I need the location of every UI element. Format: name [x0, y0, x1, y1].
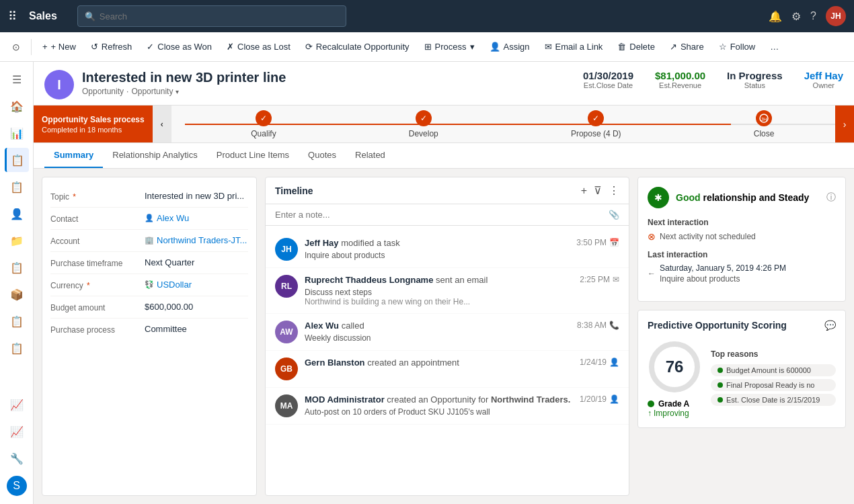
delete-icon: 🗑	[617, 42, 626, 52]
separator	[31, 39, 32, 55]
field-value-currency[interactable]: 💱 USDollar	[145, 280, 192, 290]
relationship-info-button[interactable]: ⓘ	[826, 192, 836, 204]
follow-icon: ☆	[719, 42, 727, 52]
share-button[interactable]: ↗ Share	[663, 38, 711, 56]
field-currency: Currency * 💱 USDollar	[50, 274, 248, 296]
scoring-chat-button[interactable]: 💬	[824, 320, 836, 331]
help-icon[interactable]: ?	[810, 10, 816, 22]
tab-relationship-analytics[interactable]: Relationship Analytics	[103, 143, 206, 168]
record-breadcrumb[interactable]: Opportunity	[131, 87, 173, 96]
tl-action: sent an email	[436, 275, 488, 285]
field-value-account[interactable]: 🏢 Northwind Traders-JT...	[145, 235, 247, 245]
sidebar-notes-icon[interactable]: 📋	[5, 255, 29, 280]
process-chevron-icon: ▾	[470, 42, 475, 52]
history-button[interactable]: ⊙	[5, 38, 27, 56]
field-value-contact[interactable]: 👤 Alex Wu	[145, 213, 189, 223]
sidebar-analytics2-icon[interactable]: 📈	[5, 419, 29, 444]
sidebar-menu-icon[interactable]: ☰	[5, 67, 29, 91]
field-account: Account 🏢 Northwind Traders-JT...	[50, 230, 248, 252]
recalculate-button[interactable]: ⟳ Recalculate Opportunity	[299, 38, 416, 56]
process-next-button[interactable]: ›	[835, 106, 854, 142]
breadcrumb-chevron-icon[interactable]: ▾	[176, 88, 179, 95]
sidebar-user-icon[interactable]: S	[7, 476, 27, 496]
process-button[interactable]: ⊞ Process ▾	[418, 38, 481, 56]
field-value-purchase-timeframe[interactable]: Next Quarter	[145, 257, 194, 267]
step-circle-develop: ✓	[416, 110, 432, 126]
email-link-button[interactable]: ✉ Email a Link	[538, 38, 610, 56]
attachment-icon[interactable]: 📎	[609, 210, 619, 220]
record-avatar: I	[44, 70, 74, 99]
email-label: Email a Link	[555, 42, 603, 52]
tab-summary[interactable]: Summary	[44, 143, 103, 168]
tl-action: created an appointment	[367, 358, 459, 368]
timeline-add-button[interactable]: +	[581, 185, 587, 197]
timeline-note-input[interactable]	[275, 210, 603, 220]
field-value-budget-amount[interactable]: $600,000.00	[145, 302, 193, 312]
sidebar-analytics-icon[interactable]: 📈	[5, 392, 29, 417]
process-label: Process	[435, 42, 467, 52]
process-step-qualify[interactable]: ✓ Qualify	[251, 110, 276, 138]
settings-icon[interactable]: ⚙	[791, 10, 801, 23]
more-button[interactable]: …	[763, 38, 785, 56]
share-icon: ↗	[670, 42, 677, 52]
follow-button[interactable]: ☆ Follow	[712, 38, 763, 56]
waffle-menu-icon[interactable]: ⠿	[8, 9, 17, 24]
process-step-propose[interactable]: ✓ Propose (4 D)	[571, 110, 621, 138]
timeline-title: Timeline	[275, 185, 313, 196]
tl-name: Jeff Hay	[305, 238, 339, 248]
relationship-icon: ✱	[648, 187, 669, 208]
relationship-title-section: Good relationship and Steady	[676, 192, 820, 203]
sidebar-reports-icon[interactable]: 📋	[5, 309, 29, 333]
delete-button[interactable]: 🗑 Delete	[611, 38, 662, 56]
refresh-button[interactable]: ↺ Refresh	[84, 38, 139, 56]
relationship-title: Good relationship and Steady	[676, 192, 809, 203]
sidebar-files-icon[interactable]: 📁	[5, 228, 29, 253]
reason-dot-icon-2	[717, 382, 723, 388]
close-date-label: Est.Close Date	[583, 81, 633, 89]
sidebar-home-icon[interactable]: 🏠	[5, 94, 29, 118]
timeline-item-header: Alex Wu called 8:38 AM 📞	[305, 321, 619, 331]
process-badge-sub: Completed in 18 months	[42, 126, 145, 134]
assign-icon: 👤	[490, 42, 500, 52]
sidebar-tasks-icon[interactable]: 📋	[5, 336, 29, 360]
field-value-topic[interactable]: Interested in new 3D pri...	[145, 191, 244, 201]
tl-time-icon: 👤	[609, 394, 619, 404]
process-prev-button[interactable]: ‹	[153, 106, 171, 142]
process-step-develop[interactable]: ✓ Develop	[409, 110, 438, 138]
sidebar-products-icon[interactable]: 📦	[5, 282, 29, 306]
new-button[interactable]: + + New	[36, 38, 83, 56]
sidebar-dashboard-icon[interactable]: 📊	[5, 121, 29, 145]
app-name: Sales	[29, 10, 57, 22]
process-icon: ⊞	[424, 42, 432, 52]
close-lost-button[interactable]: ✗ Close as Lost	[220, 38, 297, 56]
refresh-icon: ↺	[91, 42, 98, 52]
reason-dot-icon-3	[717, 397, 723, 403]
history-icon: ⊙	[12, 42, 20, 52]
sidebar-records-icon[interactable]: 📋	[5, 148, 29, 172]
next-interaction-dot-icon: ⊗	[648, 231, 656, 242]
close-lost-label: Close as Lost	[237, 42, 290, 52]
user-avatar[interactable]: JH	[826, 6, 846, 26]
tl-time-icon: ✉	[613, 275, 619, 284]
assign-button[interactable]: 👤 Assign	[483, 38, 537, 56]
sidebar-activities-icon[interactable]: 📋	[5, 175, 29, 199]
timeline-note-input-area: 📎	[266, 204, 629, 226]
tl-desc: Auto-post on 10 orders of Product SKU JJ…	[305, 407, 619, 417]
tab-related[interactable]: Related	[346, 143, 395, 168]
tab-product-line-items[interactable]: Product Line Items	[207, 143, 299, 168]
sidebar-settings-icon[interactable]: 🔧	[5, 446, 29, 470]
search-bar[interactable]: 🔍	[77, 5, 346, 27]
field-value-purchase-process[interactable]: Committee	[145, 324, 187, 334]
search-input[interactable]	[100, 11, 339, 22]
timeline-more-button[interactable]: ⋮	[609, 184, 619, 197]
notification-icon[interactable]: 🔔	[769, 10, 782, 23]
field-label-currency: Currency *	[50, 280, 145, 290]
timeline-filter-button[interactable]: ⊽	[594, 184, 602, 197]
sidebar-contacts-icon[interactable]: 👤	[5, 202, 29, 226]
more-icon: …	[770, 42, 779, 52]
meta-close-date: 01/30/2019 Est.Close Date	[583, 70, 633, 89]
close-won-button[interactable]: ✓ Close as Won	[140, 38, 219, 56]
owner-value[interactable]: Jeff Hay	[804, 70, 843, 81]
tab-quotes[interactable]: Quotes	[299, 143, 346, 168]
process-step-close[interactable]: JH Close	[754, 110, 775, 138]
